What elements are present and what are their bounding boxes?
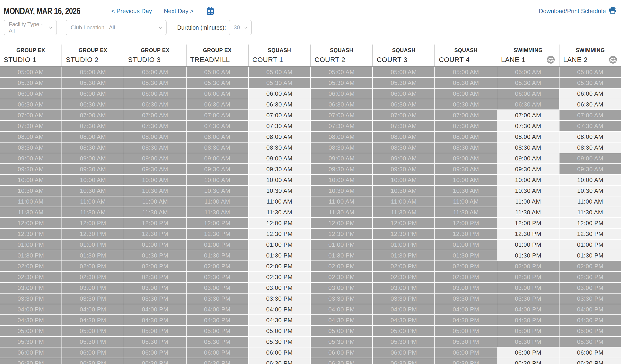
- time-slot: 12:30 PM: [0, 229, 62, 239]
- duration-select[interactable]: 30: [229, 20, 252, 35]
- time-slot[interactable]: 06:30 PM: [497, 358, 559, 364]
- time-slot[interactable]: 07:30 AM: [249, 121, 310, 131]
- time-slot: 10:00 AM: [311, 175, 372, 185]
- time-slot[interactable]: 04:00 PM: [249, 304, 310, 314]
- time-slot[interactable]: 06:00 PM: [559, 347, 621, 358]
- time-slot[interactable]: 04:30 PM: [249, 315, 310, 325]
- time-slot: 03:00 PM: [311, 283, 372, 293]
- time-slot[interactable]: 06:00 AM: [249, 88, 310, 99]
- time-slot[interactable]: 08:30 AM: [497, 142, 559, 153]
- time-slot: 05:00 AM: [435, 67, 497, 77]
- time-slot[interactable]: 07:00 AM: [497, 110, 559, 120]
- time-slot[interactable]: 10:00 AM: [497, 175, 559, 185]
- time-slot: 02:30 PM: [0, 272, 62, 282]
- time-slot: 11:00 AM: [124, 196, 186, 207]
- time-slot[interactable]: 01:30 PM: [249, 250, 310, 260]
- time-slot[interactable]: 08:30 AM: [559, 142, 621, 153]
- time-slot[interactable]: 12:00 PM: [559, 218, 621, 228]
- time-slot: 03:30 PM: [187, 294, 248, 304]
- time-slot[interactable]: 01:00 PM: [559, 240, 621, 250]
- time-slot[interactable]: 11:30 AM: [559, 207, 621, 217]
- time-slot: 04:00 PM: [373, 304, 434, 314]
- time-slot: 08:30 AM: [0, 142, 62, 153]
- time-slot: 05:00 AM: [559, 67, 621, 77]
- time-slot[interactable]: 11:00 AM: [497, 196, 559, 207]
- time-slot[interactable]: 05:30 PM: [249, 337, 310, 347]
- time-slot[interactable]: 10:30 AM: [249, 186, 310, 196]
- time-slot[interactable]: 03:00 PM: [249, 283, 310, 293]
- time-slot: 07:30 AM: [311, 121, 372, 131]
- time-slot: 06:00 AM: [62, 88, 124, 99]
- time-slot[interactable]: 06:30 PM: [559, 358, 621, 364]
- time-slot[interactable]: 02:00 PM: [249, 261, 310, 271]
- printer-icon: [609, 7, 617, 16]
- time-slot: 11:00 AM: [187, 196, 248, 207]
- time-slot[interactable]: 06:00 AM: [559, 88, 621, 99]
- time-slot[interactable]: 01:30 PM: [497, 250, 559, 260]
- time-slot[interactable]: 06:30 AM: [559, 99, 621, 109]
- time-slot: 05:30 PM: [373, 337, 434, 347]
- time-slot[interactable]: 11:30 AM: [249, 207, 310, 217]
- time-slot[interactable]: 06:00 PM: [249, 347, 310, 358]
- time-slot[interactable]: 08:00 AM: [497, 132, 559, 142]
- previous-day-link[interactable]: < Previous Day: [111, 8, 152, 15]
- time-slot[interactable]: 12:30 PM: [249, 229, 310, 239]
- facility-type-select[interactable]: Facility Type - All: [4, 20, 57, 35]
- time-slot: 02:30 PM: [311, 272, 372, 282]
- time-slot[interactable]: 09:00 AM: [249, 153, 310, 163]
- download-print-label: Download/Print Schedule: [539, 8, 606, 15]
- time-slot[interactable]: 11:30 AM: [497, 207, 559, 217]
- column-name-label: COURT 2: [314, 56, 345, 64]
- time-slot: 10:00 AM: [62, 175, 124, 185]
- time-slot[interactable]: 08:30 AM: [249, 142, 310, 153]
- time-slot: 04:30 PM: [497, 315, 559, 325]
- time-slot[interactable]: 09:30 AM: [497, 164, 559, 174]
- time-slot[interactable]: 06:30 PM: [249, 358, 310, 364]
- time-slot[interactable]: 12:30 PM: [497, 229, 559, 239]
- time-slot[interactable]: 06:30 AM: [249, 99, 310, 109]
- time-slot[interactable]: 07:30 AM: [497, 121, 559, 131]
- swimmer-icon: [547, 56, 555, 64]
- time-slot[interactable]: 07:00 AM: [249, 110, 310, 120]
- time-slot[interactable]: 10:00 AM: [249, 175, 310, 185]
- time-slot[interactable]: 09:00 AM: [497, 153, 559, 163]
- time-slot: 09:30 AM: [435, 164, 497, 174]
- time-slot[interactable]: 12:00 PM: [249, 218, 310, 228]
- time-slot: 05:00 AM: [124, 67, 186, 77]
- time-slot[interactable]: 02:30 PM: [249, 272, 310, 282]
- time-slot: 03:00 PM: [497, 283, 559, 293]
- time-slot[interactable]: 12:30 PM: [559, 229, 621, 239]
- time-slot[interactable]: 09:30 AM: [249, 164, 310, 174]
- time-slot: 05:30 AM: [559, 78, 621, 88]
- time-slot: 03:30 PM: [124, 294, 186, 304]
- time-slot[interactable]: 10:00 AM: [559, 175, 621, 185]
- time-slot[interactable]: 08:00 AM: [249, 132, 310, 142]
- time-slot: 11:00 AM: [62, 196, 124, 207]
- time-slot[interactable]: 01:00 PM: [249, 240, 310, 250]
- time-slot[interactable]: 10:30 AM: [497, 186, 559, 196]
- time-slot: 10:00 AM: [124, 175, 186, 185]
- time-slot[interactable]: 12:00 PM: [497, 218, 559, 228]
- download-print-link[interactable]: Download/Print Schedule: [539, 7, 617, 16]
- time-slot: 06:00 PM: [124, 347, 186, 358]
- time-slot[interactable]: 03:30 PM: [249, 294, 310, 304]
- club-location-select[interactable]: Club Location - All: [66, 20, 167, 35]
- time-slot[interactable]: 11:00 AM: [559, 196, 621, 207]
- time-slot[interactable]: 10:30 AM: [559, 186, 621, 196]
- time-slot: 09:00 AM: [559, 153, 621, 163]
- time-slot: 07:30 AM: [187, 121, 248, 131]
- time-slot[interactable]: 05:00 PM: [249, 326, 310, 336]
- time-slot: 11:00 AM: [0, 196, 62, 207]
- time-slot[interactable]: 11:00 AM: [249, 196, 310, 207]
- time-slot[interactable]: 01:30 PM: [559, 250, 621, 260]
- schedule-grid: 05:00 AM05:00 AM05:00 AM05:00 AM05:00 AM…: [0, 67, 621, 364]
- time-slot[interactable]: 06:00 PM: [497, 347, 559, 358]
- time-slot: 10:30 AM: [373, 186, 434, 196]
- next-day-link[interactable]: Next Day >: [164, 8, 193, 15]
- time-slot: 05:30 AM: [497, 78, 559, 88]
- time-slot: 09:00 AM: [311, 153, 372, 163]
- time-slot[interactable]: 01:00 PM: [497, 240, 559, 250]
- calendar-icon[interactable]: [206, 7, 214, 15]
- time-slot[interactable]: 08:00 AM: [559, 132, 621, 142]
- time-slot: 08:30 AM: [373, 142, 434, 153]
